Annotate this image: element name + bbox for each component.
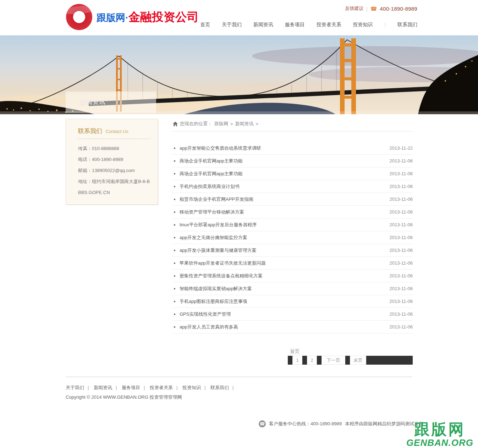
watermark-en: GENBAN.ORG bbox=[406, 438, 473, 447]
nav-item-knowledge[interactable]: 投资知识 bbox=[353, 22, 373, 27]
hero-banner: 新闻资讯 bbox=[0, 35, 478, 114]
contact-box: 联系我们 Contact Us 传真：010-8888888 电话：400-18… bbox=[66, 119, 158, 205]
footer-link-services[interactable]: 服务项目 bbox=[122, 385, 148, 390]
bullet-icon bbox=[174, 262, 175, 264]
news-link[interactable]: 手机约会拍卖系统商业计划书 bbox=[180, 184, 240, 189]
breadcrumb-section-link[interactable]: 新闻资讯 bbox=[235, 121, 254, 127]
breadcrumb-label: 您现在的位置： bbox=[180, 121, 212, 127]
bullet-icon bbox=[174, 148, 175, 149]
news-link[interactable]: app开发智能公交售票自动系统需求调研 bbox=[180, 145, 261, 151]
breadcrumb-home-link[interactable]: 跟版网 bbox=[214, 121, 228, 127]
hotline-number: 400-1890-8989 bbox=[380, 6, 417, 12]
news-list-item: 手机app图标注册商标应注意事项2013-11-06 bbox=[172, 295, 413, 308]
phone-icon: ☎ bbox=[370, 6, 377, 11]
pagination-block bbox=[345, 356, 350, 365]
watermark-cn: 跟版网 bbox=[406, 422, 473, 437]
nav-item-home[interactable]: 首页 bbox=[200, 22, 210, 27]
logo-site-name: 跟版网· bbox=[97, 12, 128, 23]
footer-link-about[interactable]: 关于我们 bbox=[66, 385, 92, 390]
nav-item-investor-relations[interactable]: 投资者关系 bbox=[317, 22, 341, 27]
logo[interactable]: 跟版网·金融投资公司 bbox=[66, 4, 199, 30]
news-link[interactable]: linux平台部署app开发后台服务器程序 bbox=[180, 222, 257, 227]
pagination-row: 1 2 下一页 末页 bbox=[288, 356, 413, 365]
news-list-item: 商场企业手机官网app主要功能2013-11-06 bbox=[172, 155, 413, 167]
news-link[interactable]: 商场企业手机官网app主要功能 bbox=[180, 158, 243, 164]
news-list-item: app开发智能公交售票自动系统需求调研2013-11-22 bbox=[172, 142, 413, 155]
news-date: 2013-11-06 bbox=[389, 180, 413, 193]
pagination: 首页 1 2 下一页 末页 bbox=[288, 348, 413, 365]
contact-phone: 电话：400-1890-8989 bbox=[78, 156, 150, 163]
bullet-icon bbox=[174, 237, 175, 238]
pagination-last-button[interactable]: 末页 bbox=[350, 356, 366, 365]
footer-link-knowledge[interactable]: 投资知识 bbox=[182, 385, 209, 390]
watermark: 跟版网 GENBAN.ORG bbox=[406, 422, 473, 447]
news-date: 2013-11-22 bbox=[389, 142, 413, 154]
news-list-item: 移动资产管理平台移动解决方案2013-11-06 bbox=[172, 206, 413, 219]
news-date: 2013-11-06 bbox=[389, 167, 413, 180]
news-link[interactable]: 手机app图标注册商标应注意事项 bbox=[180, 299, 247, 304]
breadcrumb-separator: > bbox=[230, 121, 233, 127]
news-date: 2013-11-06 bbox=[389, 270, 413, 282]
pagination-block-long bbox=[366, 356, 413, 365]
footer-links-area: 关于我们 新闻资讯 服务项目 投资者关系 投资知识 联系我们 Copyright… bbox=[66, 377, 412, 400]
footer-link-news[interactable]: 新闻资讯 bbox=[94, 385, 120, 390]
pagination-next-button[interactable]: 下一页 bbox=[322, 356, 345, 365]
news-list-item: 密集性资产管理系统设备点检精细化方案2013-11-06 bbox=[172, 270, 413, 282]
nav-item-contact[interactable]: 联系我们 bbox=[397, 22, 417, 27]
news-date: 2013-11-06 bbox=[389, 321, 413, 333]
footer-links: 关于我们 新闻资讯 服务项目 投资者关系 投资知识 联系我们 bbox=[66, 385, 412, 391]
nav-item-about[interactable]: 关于我们 bbox=[222, 22, 242, 27]
logo-text: 跟版网·金融投资公司 bbox=[97, 9, 199, 25]
news-link[interactable]: app开发小孩体重测量与健康管理方案 bbox=[180, 248, 257, 253]
news-link[interactable]: GPS实现线性化资产管理 bbox=[180, 311, 231, 317]
pagination-first-button[interactable]: 首页 bbox=[290, 348, 300, 354]
logo-ring-icon bbox=[66, 4, 92, 30]
copyright: Copyright © 2014 WWW.GENBAN.ORG 投资管理管理网 bbox=[66, 394, 412, 400]
bullet-icon bbox=[174, 186, 175, 187]
footer: 关于我们 新闻资讯 服务项目 投资者关系 投资知识 联系我们 Copyright… bbox=[0, 377, 478, 427]
banner-section-title: 新闻资讯 bbox=[80, 99, 105, 105]
service-hotline: 客户服务中心热线：400-1890-8989 bbox=[269, 421, 342, 427]
bullet-icon bbox=[174, 199, 175, 200]
logo-company-name: 金融投资公司 bbox=[128, 10, 199, 23]
feedback-link[interactable]: 反馈建议 bbox=[345, 5, 363, 12]
contact-title-en: Contact Us bbox=[105, 129, 128, 134]
news-list: app开发智能公交售票自动系统需求调研2013-11-22 商场企业手机官网ap… bbox=[172, 142, 413, 333]
news-date: 2013-11-06 bbox=[389, 206, 413, 218]
utility-bar: 反馈建议 | ☎ 400-1890-8989 bbox=[345, 5, 417, 12]
footer-link-investor-relations[interactable]: 投资者关系 bbox=[150, 385, 181, 390]
news-list-item: app开发小孩体重测量与健康管理方案2013-11-06 bbox=[172, 244, 413, 257]
news-list-item: linux平台部署app开发后台服务器程序2013-11-06 bbox=[172, 219, 413, 231]
news-link[interactable]: 密集性资产管理系统设备点检精细化方案 bbox=[180, 273, 263, 278]
news-list-item: 商场企业手机官网app主要功能2013-11-06 bbox=[172, 167, 413, 180]
header: 跟版网·金融投资公司 反馈建议 | ☎ 400-1890-8989 首页 关于我… bbox=[0, 0, 478, 35]
pagination-block bbox=[302, 356, 307, 365]
news-list-item: app开发人员工资真的有多高2013-11-06 bbox=[172, 321, 413, 333]
dotted-divider bbox=[78, 139, 150, 139]
news-list-item: 智能终端虚拟现实展销app解决方案2013-11-06 bbox=[172, 282, 413, 295]
contact-address: 地址：纽约市河南岸国商大厦B-6-B bbox=[78, 178, 150, 185]
bullet-icon bbox=[174, 211, 175, 213]
pagination-page-1[interactable]: 1 bbox=[292, 356, 302, 365]
nav-item-services[interactable]: 服务项目 bbox=[285, 22, 305, 27]
news-link[interactable]: app开发之无痛分娩智能监控方案 bbox=[180, 235, 247, 240]
contact-email: 邮箱：138905022@qq.com bbox=[78, 167, 150, 174]
news-link[interactable]: 租赁市场企业手机官网APP开发指南 bbox=[180, 197, 253, 202]
nav-item-news[interactable]: 新闻资讯 bbox=[253, 22, 273, 27]
news-date: 2013-11-06 bbox=[389, 244, 413, 256]
contact-title-cn: 联系我们 bbox=[78, 128, 102, 134]
news-link[interactable]: 商场企业手机官网app主要功能 bbox=[180, 171, 243, 176]
news-link[interactable]: 苹果软件app开发者证书失效无法更新问题 bbox=[180, 260, 266, 266]
breadcrumb-separator: > bbox=[256, 121, 259, 127]
news-link[interactable]: 智能终端虚拟现实展销app解决方案 bbox=[180, 286, 252, 291]
pagination-page-2[interactable]: 2 bbox=[307, 356, 317, 365]
page-section-banner: 新闻资讯 bbox=[66, 92, 156, 113]
bullet-icon bbox=[174, 250, 175, 251]
news-link[interactable]: app开发人员工资真的有多高 bbox=[180, 324, 238, 330]
footer-link-contact[interactable]: 联系我们 bbox=[210, 385, 237, 390]
bullet-icon bbox=[174, 160, 175, 162]
main-nav: 首页 关于我们 新闻资讯 服务项目 投资者关系 投资知识 | 联系我们 bbox=[190, 22, 417, 28]
news-link[interactable]: 移动资产管理平台移动解决方案 bbox=[180, 209, 244, 215]
news-date: 2013-11-06 bbox=[389, 231, 413, 244]
bullet-icon bbox=[174, 275, 175, 277]
